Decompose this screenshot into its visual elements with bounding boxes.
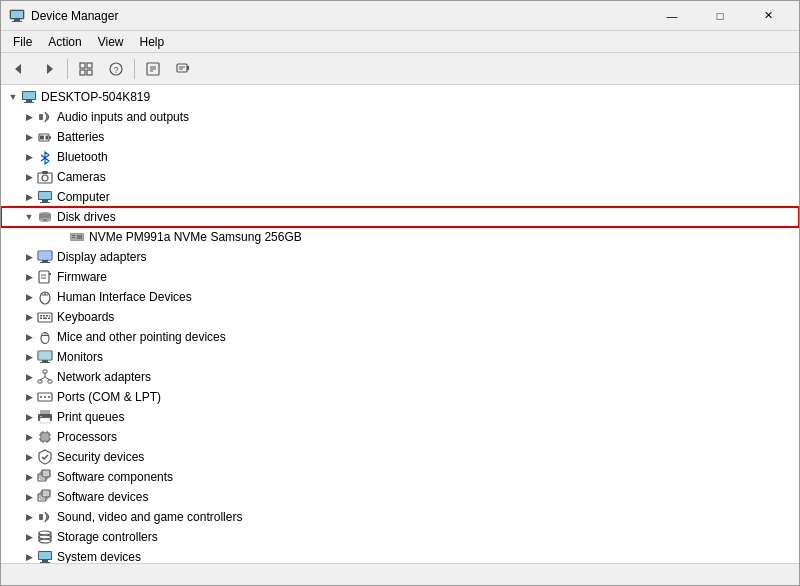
- system-icon: [37, 549, 53, 563]
- toolbar-separator-1: [67, 59, 68, 79]
- nvme-label: NVMe PM991a NVMe Samsung 256GB: [89, 227, 302, 247]
- sw-components-label: Software components: [57, 467, 173, 487]
- expand-batteries[interactable]: ▶: [21, 129, 37, 145]
- svg-rect-81: [40, 410, 50, 414]
- svg-rect-49: [39, 271, 49, 283]
- minimize-button[interactable]: —: [649, 1, 695, 31]
- expand-processors[interactable]: ▶: [21, 429, 37, 445]
- list-item[interactable]: ▶ Processors: [1, 427, 799, 447]
- expand-ports[interactable]: ▶: [21, 389, 37, 405]
- list-item[interactable]: ▶ NVMe PM991a NVMe Samsung 256GB: [1, 227, 799, 247]
- network-label: Network adapters: [57, 367, 151, 387]
- help-toolbar-button[interactable]: ?: [102, 56, 130, 82]
- expand-computer[interactable]: ▶: [21, 189, 37, 205]
- list-item-disk-drives[interactable]: ▼ Disk drives: [1, 207, 799, 227]
- svg-rect-50: [49, 273, 51, 275]
- toolbar-separator-2: [134, 59, 135, 79]
- view-button[interactable]: [72, 56, 100, 82]
- svg-rect-27: [40, 136, 44, 140]
- svg-rect-35: [40, 202, 50, 203]
- svg-rect-17: [187, 66, 189, 70]
- svg-point-30: [42, 175, 48, 181]
- menu-view[interactable]: View: [90, 33, 132, 51]
- tree-root[interactable]: ▼ DESKTOP-504K819: [1, 87, 799, 107]
- list-item[interactable]: ▶ Ports (COM & LPT): [1, 387, 799, 407]
- close-button[interactable]: ✕: [745, 1, 791, 31]
- sw-components-icon: [37, 469, 53, 485]
- svg-line-76: [45, 377, 50, 380]
- expand-cameras[interactable]: ▶: [21, 169, 37, 185]
- firmware-label: Firmware: [57, 267, 107, 287]
- expand-firmware[interactable]: ▶: [21, 269, 37, 285]
- expand-hid[interactable]: ▶: [21, 289, 37, 305]
- expand-display[interactable]: ▶: [21, 249, 37, 265]
- list-item[interactable]: ▶ Firmware: [1, 267, 799, 287]
- list-item[interactable]: ▶ Human Interface Devices: [1, 287, 799, 307]
- expand-storage[interactable]: ▶: [21, 529, 37, 545]
- list-item[interactable]: ▶ Bluetooth: [1, 147, 799, 167]
- root-expand[interactable]: ▼: [5, 89, 21, 105]
- forward-button[interactable]: [35, 56, 63, 82]
- expand-sound[interactable]: ▶: [21, 509, 37, 525]
- expand-monitors[interactable]: ▶: [21, 349, 37, 365]
- window-title: Device Manager: [31, 9, 649, 23]
- list-item[interactable]: ▶ Cameras: [1, 167, 799, 187]
- svg-rect-26: [49, 136, 51, 139]
- scan-button[interactable]: [169, 56, 197, 82]
- computer-item-label: Computer: [57, 187, 110, 207]
- svg-rect-72: [38, 380, 42, 383]
- list-item[interactable]: ▶ Software devices: [1, 487, 799, 507]
- menu-action[interactable]: Action: [40, 33, 89, 51]
- list-item[interactable]: ▶ Network adapters: [1, 367, 799, 387]
- svg-point-79: [44, 396, 46, 398]
- svg-rect-62: [43, 318, 47, 320]
- svg-rect-59: [46, 315, 48, 317]
- menu-help[interactable]: Help: [132, 33, 173, 51]
- print-icon: [37, 409, 53, 425]
- list-item[interactable]: ▶ Audio inputs and outputs: [1, 107, 799, 127]
- svg-rect-68: [39, 352, 51, 359]
- list-item[interactable]: ▶ Sound, video and game controllers: [1, 507, 799, 527]
- keyboards-label: Keyboards: [57, 307, 114, 327]
- expand-system[interactable]: ▶: [21, 549, 37, 563]
- svg-rect-24: [39, 114, 43, 120]
- root-label: DESKTOP-504K819: [41, 87, 150, 107]
- maximize-button[interactable]: □: [697, 1, 743, 31]
- expand-mice[interactable]: ▶: [21, 329, 37, 345]
- list-item[interactable]: ▶ Print queues: [1, 407, 799, 427]
- expand-sw-components[interactable]: ▶: [21, 469, 37, 485]
- device-manager-window: Device Manager — □ ✕ File Action View He…: [0, 0, 800, 586]
- expand-disk[interactable]: ▼: [21, 209, 37, 225]
- svg-point-80: [48, 396, 50, 398]
- list-item[interactable]: ▶ Display adapters: [1, 247, 799, 267]
- svg-rect-73: [48, 380, 52, 383]
- expand-network[interactable]: ▶: [21, 369, 37, 385]
- list-item[interactable]: ▶ Storage controllers: [1, 527, 799, 547]
- properties-button[interactable]: [139, 56, 167, 82]
- list-item[interactable]: ▶ Mice and other pointing devices: [1, 327, 799, 347]
- device-tree[interactable]: ▼ DESKTOP-504K819 ▶ Audio: [1, 85, 799, 563]
- expand-security[interactable]: ▶: [21, 449, 37, 465]
- expand-audio[interactable]: ▶: [21, 109, 37, 125]
- expand-sw-devices[interactable]: ▶: [21, 489, 37, 505]
- svg-rect-58: [43, 315, 45, 317]
- svg-point-78: [40, 396, 42, 398]
- svg-rect-63: [48, 318, 50, 320]
- expand-print[interactable]: ▶: [21, 409, 37, 425]
- sw-devices-icon: [37, 489, 53, 505]
- back-button[interactable]: [5, 56, 33, 82]
- expand-keyboards[interactable]: ▶: [21, 309, 37, 325]
- list-item[interactable]: ▶ Keyboards: [1, 307, 799, 327]
- expand-bluetooth[interactable]: ▶: [21, 149, 37, 165]
- list-item[interactable]: ▶ Computer: [1, 187, 799, 207]
- list-item[interactable]: ▶ Security devices: [1, 447, 799, 467]
- list-item[interactable]: ▶ Monitors: [1, 347, 799, 367]
- computer-item-icon: [37, 189, 53, 205]
- mice-label: Mice and other pointing devices: [57, 327, 226, 347]
- list-item[interactable]: ▶ Batteries: [1, 127, 799, 147]
- list-item[interactable]: ▶ Software components: [1, 467, 799, 487]
- menu-file[interactable]: File: [5, 33, 40, 51]
- list-item[interactable]: ▶ System devices: [1, 547, 799, 563]
- monitors-label: Monitors: [57, 347, 103, 367]
- svg-rect-31: [42, 171, 48, 174]
